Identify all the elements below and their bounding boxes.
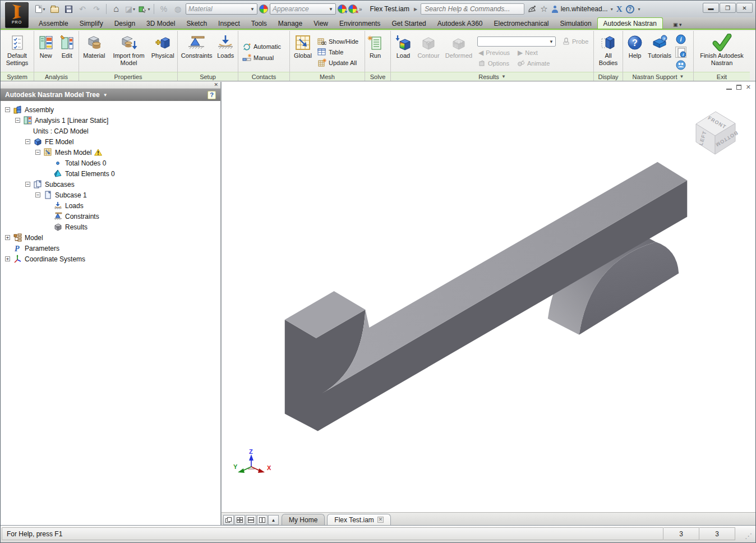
undo-button[interactable]: ↶	[76, 3, 89, 15]
collapse-expander-icon[interactable]: −	[15, 118, 20, 123]
doc-close-icon[interactable]: ✕	[746, 84, 751, 90]
cascade-windows-button[interactable]	[223, 515, 234, 525]
tree-item-subcase-1[interactable]: −Subcase 1	[1, 190, 220, 200]
select-tool-button[interactable]: ▾	[138, 3, 150, 15]
physical-button[interactable]: Physical	[149, 32, 176, 72]
mesh-update-all-button[interactable]: ✳ Update All	[316, 58, 359, 67]
model-canvas[interactable]	[222, 82, 755, 525]
new-file-button[interactable]: ▾	[34, 3, 47, 15]
panel-close-icon[interactable]: ✕	[214, 82, 218, 88]
community-button[interactable]	[675, 59, 686, 71]
tab-get-started[interactable]: Get Started	[386, 18, 431, 29]
material-combobox[interactable]: Material ▼	[186, 3, 257, 15]
graphics-viewport[interactable]: ✕	[222, 82, 755, 525]
inventor-app-button[interactable]: PRO	[5, 2, 29, 28]
tree-item-constraints[interactable]: Constraints	[1, 211, 220, 222]
user-account-menu[interactable]: len.whitehead... ▾	[551, 5, 613, 13]
tab-manage[interactable]: Manage	[273, 18, 308, 29]
clear-appearance-button[interactable]: ✕	[348, 4, 357, 13]
contour-button[interactable]: Contour	[414, 32, 442, 72]
tree-item-units-cad-model[interactable]: Units : CAD Model	[1, 126, 220, 136]
panel-grip[interactable]: ✕	[1, 82, 220, 89]
resize-grip[interactable]	[735, 527, 754, 540]
import-from-model-button[interactable]: Import from Model	[108, 32, 150, 72]
tab-inspect[interactable]: Inspect	[213, 18, 246, 29]
tile-vertical-button[interactable]	[257, 515, 268, 525]
collapse-expander-icon[interactable]: −	[25, 182, 30, 187]
mesh-table-button[interactable]: Table	[316, 47, 359, 57]
view-cube[interactable]: FRONT LEFT BOTTOM	[693, 109, 740, 158]
tab-tools[interactable]: Tools	[246, 18, 273, 29]
adjust-appearance-button[interactable]: ▼	[338, 4, 347, 13]
tab-close-icon[interactable]: ✕	[377, 517, 384, 523]
home-view-button[interactable]: ⌂	[110, 3, 122, 15]
document-tab-my-home[interactable]: My Home	[282, 514, 325, 525]
manual-contacts-button[interactable]: ✳ Manual	[241, 53, 282, 63]
ground-shadow-button[interactable]: %	[158, 3, 170, 15]
tab-electromechanical[interactable]: Electromechanical	[488, 18, 554, 29]
expand-expander-icon[interactable]: +	[5, 235, 10, 240]
collapse-expander-icon[interactable]: −	[35, 192, 40, 197]
finish-autodesk-nastran-button[interactable]: Finish Autodesk Nastran	[695, 32, 749, 72]
tab-simplify[interactable]: Simplify	[74, 18, 109, 29]
favorites-star-icon[interactable]: ☆	[540, 4, 547, 14]
release-notes-button[interactable]: i	[675, 47, 686, 58]
expand-expander-icon[interactable]: +	[5, 256, 10, 261]
deformed-button[interactable]: Deformed	[442, 32, 475, 72]
tab-simulation[interactable]: Simulation	[555, 18, 597, 29]
search-box[interactable]	[421, 3, 524, 15]
toolbar-overflow-icon[interactable]: »	[359, 6, 362, 12]
tab-3d-model[interactable]: 3D Model	[141, 18, 181, 29]
tile-horizontal-button[interactable]	[246, 515, 256, 525]
tree-item-analysis-1-linear-static[interactable]: −Analysis 1 [Linear Static]	[1, 115, 220, 126]
panel-header[interactable]: Autodesk Nastran Model Tree ▼ ?	[1, 89, 220, 101]
doc-restore-icon[interactable]	[736, 85, 741, 90]
nastran-help-button[interactable]: ? Help	[624, 32, 646, 72]
exchange-apps-icon[interactable]: X	[616, 4, 623, 14]
tab-view[interactable]: View	[308, 18, 334, 29]
open-file-button[interactable]	[48, 3, 61, 15]
next-result-button[interactable]: ▶Next	[517, 48, 539, 57]
default-settings-button[interactable]: Default Settings	[2, 32, 33, 72]
mesh-show-hide-button[interactable]: Show/Hide	[316, 36, 359, 46]
collapse-expander-icon[interactable]: −	[25, 139, 30, 144]
results-set-combobox[interactable]: ▼	[477, 36, 556, 47]
tab-sketch[interactable]: Sketch	[181, 18, 213, 29]
collapse-expander-icon[interactable]: −	[35, 150, 40, 155]
ribbon-collapse-button[interactable]: ▣ ▾	[669, 21, 686, 29]
tree-item-total-elements-0[interactable]: Total Elements 0	[1, 168, 220, 179]
redo-button[interactable]: ↷	[90, 3, 103, 15]
constraints-button[interactable]: Constraints	[179, 32, 214, 72]
material-button[interactable]: Material	[80, 32, 108, 72]
tab-autodesk-nastran[interactable]: Autodesk Nastran	[597, 17, 663, 29]
appearance-combobox[interactable]: Appearance ▼	[270, 3, 336, 15]
previous-result-button[interactable]: ◀Previous	[477, 48, 511, 57]
expand-tab-bar-button[interactable]: ▲	[268, 515, 279, 525]
tree-item-total-nodes-0[interactable]: Total Nodes 0	[1, 158, 220, 168]
tree-item-mesh-model[interactable]: −Mesh Model	[1, 147, 220, 158]
tree-item-parameters[interactable]: PParameters	[1, 243, 220, 254]
info-button[interactable]: i	[675, 34, 686, 45]
close-button[interactable]: ✕	[736, 3, 753, 13]
new-analysis-button[interactable]: New	[35, 32, 57, 72]
community-dish-icon[interactable]	[528, 5, 537, 13]
minimize-button[interactable]: ▬	[703, 3, 719, 13]
tree-item-loads[interactable]: Loads	[1, 200, 220, 211]
doc-minimize-icon[interactable]	[726, 85, 732, 90]
help-menu-button[interactable]: ?	[626, 5, 634, 13]
tree-item-results[interactable]: Results	[1, 222, 220, 232]
animate-button[interactable]: Animate	[516, 59, 551, 67]
render-button[interactable]: ◪▾	[124, 3, 136, 15]
run-button[interactable]: ✳ Run	[366, 32, 384, 72]
loads-button[interactable]: Loads	[214, 32, 237, 72]
tree-item-fe-model[interactable]: −FE Model	[1, 136, 220, 147]
tab-autodesk-a360[interactable]: Autodesk A360	[432, 18, 488, 29]
document-tab-flex-test-iam[interactable]: Flex Test.iam✕	[327, 514, 391, 525]
tree-item-model[interactable]: +Model	[1, 232, 220, 243]
global-mesh-button[interactable]: Global	[291, 32, 315, 72]
tree-item-assembly[interactable]: −Assembly	[1, 104, 220, 115]
search-input[interactable]	[425, 5, 520, 13]
automatic-contacts-button[interactable]: Automatic	[241, 42, 282, 52]
tutorials-button[interactable]: ? Tutorials	[646, 32, 674, 72]
all-bodies-button[interactable]: All Bodies	[595, 32, 621, 72]
